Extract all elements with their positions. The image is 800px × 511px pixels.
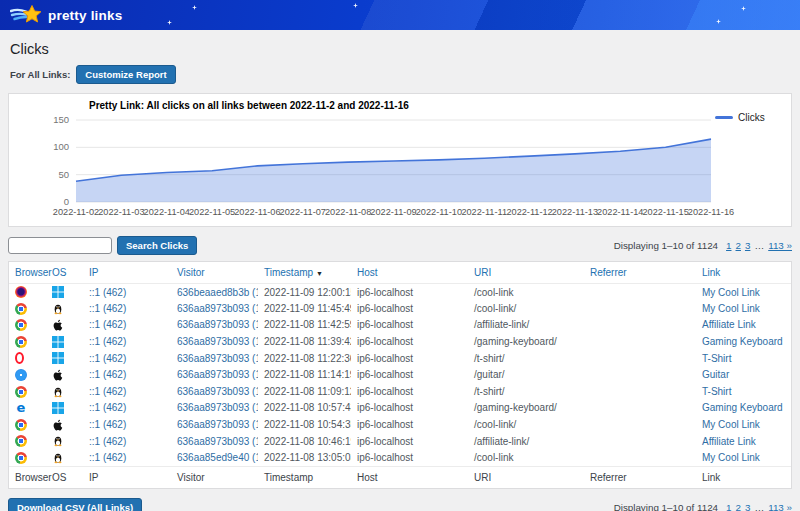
column-header-host[interactable]: Host <box>357 267 378 278</box>
visitor-link[interactable]: 636aa8973b093 (1) <box>177 319 258 330</box>
column-header-browser: Browser <box>15 472 52 483</box>
apple-icon <box>52 369 64 381</box>
page-link-3[interactable]: 3 <box>745 240 750 251</box>
link-link[interactable]: My Cool Link <box>702 452 760 463</box>
table-row: ::1 (462)636beaaed8b3b (1)2022-11-09 12:… <box>9 284 791 301</box>
visitor-link[interactable]: 636aa8973b093 (1) <box>177 419 258 430</box>
link-link[interactable]: Gaming Keyboard <box>702 336 783 347</box>
displaying-count: Displaying 1–10 of 1124 <box>614 502 718 511</box>
uri-text: /affiliate-link/ <box>474 319 529 330</box>
clicks-area <box>76 139 711 202</box>
table-row: ::1 (462)636aa8973b093 (1)2022-11-08 11:… <box>9 350 791 367</box>
ip-link[interactable]: ::1 (462) <box>89 369 126 380</box>
ip-link[interactable]: ::1 (462) <box>89 287 126 298</box>
page-link-2[interactable]: 2 <box>736 240 741 251</box>
link-link[interactable]: T-Shirt <box>702 386 731 397</box>
edge-icon: e <box>15 402 27 414</box>
page-link-1[interactable]: 1 <box>726 502 731 511</box>
visitor-link[interactable]: 636aa8973b093 (1) <box>177 303 258 314</box>
link-link[interactable]: My Cool Link <box>702 303 760 314</box>
chrome-icon <box>15 452 27 464</box>
timestamp-text: 2022-11-08 11:22:36 <box>264 353 351 364</box>
table-row: ::1 (462)636aa8973b093 (1)2022-11-08 10:… <box>9 416 791 433</box>
host-text: ip6-localhost <box>357 419 413 430</box>
column-header-link[interactable]: Link <box>702 267 720 278</box>
search-clicks-button[interactable]: Search Clicks <box>117 236 197 255</box>
visitor-link[interactable]: 636aa8973b093 (1) <box>177 386 258 397</box>
ip-link[interactable]: ::1 (462) <box>89 419 126 430</box>
link-link[interactable]: Guitar <box>702 369 729 380</box>
ip-link[interactable]: ::1 (462) <box>89 319 126 330</box>
uri-text: /t-shirt/ <box>474 353 505 364</box>
uri-text: /gaming-keyboard/ <box>474 402 557 413</box>
pagination-bottom: Displaying 1–10 of 1124123…113 » <box>614 502 792 511</box>
x-tick-label: 2022-11-02 <box>53 207 99 217</box>
link-link[interactable]: Gaming Keyboard <box>702 402 783 413</box>
chrome-icon <box>15 435 27 447</box>
visitor-link[interactable]: 636beaaed8b3b (1) <box>177 287 258 298</box>
visitor-link[interactable]: 636aa8973b093 (1) <box>177 336 258 347</box>
ip-link[interactable]: ::1 (462) <box>89 386 126 397</box>
column-header-referrer[interactable]: Referrer <box>590 267 627 278</box>
ip-link[interactable]: ::1 (462) <box>89 452 126 463</box>
uri-text: /t-shirt/ <box>474 386 505 397</box>
pagination-top: Displaying 1–10 of 1124123…113 » <box>614 240 792 251</box>
page-link-3[interactable]: 3 <box>745 502 750 511</box>
page-link-1[interactable]: 1 <box>726 240 731 251</box>
column-header-ip[interactable]: IP <box>89 267 98 278</box>
ip-link[interactable]: ::1 (462) <box>89 436 126 447</box>
x-tick-label: 2022-11-06 <box>234 207 280 217</box>
chrome-icon <box>15 303 27 315</box>
uri-text: /cool-link/ <box>474 303 516 314</box>
ip-link[interactable]: ::1 (462) <box>89 353 126 364</box>
column-header-ip: IP <box>89 472 98 483</box>
table-footer-row: BrowserOSIPVisitorTimestampHostURIReferr… <box>9 466 791 488</box>
column-header-uri[interactable]: URI <box>474 267 491 278</box>
search-input[interactable] <box>8 237 112 254</box>
timestamp-text: 2022-11-08 11:42:59 <box>264 319 351 330</box>
visitor-link[interactable]: 636aa8973b093 (1) <box>177 353 258 364</box>
chrome-icon <box>15 386 27 398</box>
x-tick-label: 2022-11-09 <box>370 207 416 217</box>
timestamp-text: 2022-11-08 10:57:43 <box>264 402 351 413</box>
customize-report-button[interactable]: Customize Report <box>76 65 175 84</box>
link-link[interactable]: My Cool Link <box>702 287 760 298</box>
ip-link[interactable]: ::1 (462) <box>89 303 126 314</box>
uri-text: /guitar/ <box>474 369 505 380</box>
visitor-link[interactable]: 636aa8973b093 (1) <box>177 402 258 413</box>
visitor-link[interactable]: 636aa85ed9e40 (1) <box>177 452 258 463</box>
link-link[interactable]: Affiliate Link <box>702 319 756 330</box>
download-csv-button[interactable]: Download CSV (All Links) <box>8 498 142 511</box>
page-link-2[interactable]: 2 <box>736 502 741 511</box>
table-row: ::1 (462)636aa85ed9e40 (1)2022-11-08 13:… <box>9 449 791 466</box>
visitor-link[interactable]: 636aa8973b093 (1) <box>177 369 258 380</box>
table-row: ::1 (462)636aa8973b093 (1)2022-11-08 11:… <box>9 383 791 400</box>
pretty-links-logo-icon <box>10 4 44 26</box>
host-text: ip6-localhost <box>357 353 413 364</box>
page-ellipsis: … <box>754 502 764 511</box>
link-link[interactable]: Affiliate Link <box>702 436 756 447</box>
last-page-link[interactable]: 113 » <box>768 240 792 251</box>
column-header-browser[interactable]: Browser <box>15 267 52 278</box>
windows-icon <box>52 336 64 348</box>
link-link[interactable]: My Cool Link <box>702 419 760 430</box>
y-tick-label: 0 <box>64 196 69 207</box>
chart-y-axis: 050100150 <box>53 114 69 207</box>
column-header-timestamp[interactable]: Timestamp <box>264 267 313 278</box>
visitor-link[interactable]: 636aa8973b093 (1) <box>177 436 258 447</box>
chart-x-axis: 2022-11-022022-11-032022-11-042022-11-05… <box>53 207 734 217</box>
y-tick-label: 50 <box>58 169 69 180</box>
uri-text: /affiliate-link/ <box>474 436 529 447</box>
table-row: ::1 (462)636aa8973b093 (1)2022-11-09 11:… <box>9 300 791 317</box>
legend-swatch <box>715 116 733 119</box>
ip-link[interactable]: ::1 (462) <box>89 402 126 413</box>
pretty-links-logo[interactable]: pretty links <box>10 4 122 26</box>
column-header-os[interactable]: OS <box>52 267 66 278</box>
link-link[interactable]: T-Shirt <box>702 353 731 364</box>
column-header-visitor[interactable]: Visitor <box>177 267 205 278</box>
app-header: pretty links <box>0 0 800 30</box>
last-page-link[interactable]: 113 » <box>768 502 792 511</box>
x-tick-label: 2022-11-16 <box>688 207 734 217</box>
timestamp-text: 2022-11-08 11:14:19 <box>264 369 351 380</box>
ip-link[interactable]: ::1 (462) <box>89 336 126 347</box>
